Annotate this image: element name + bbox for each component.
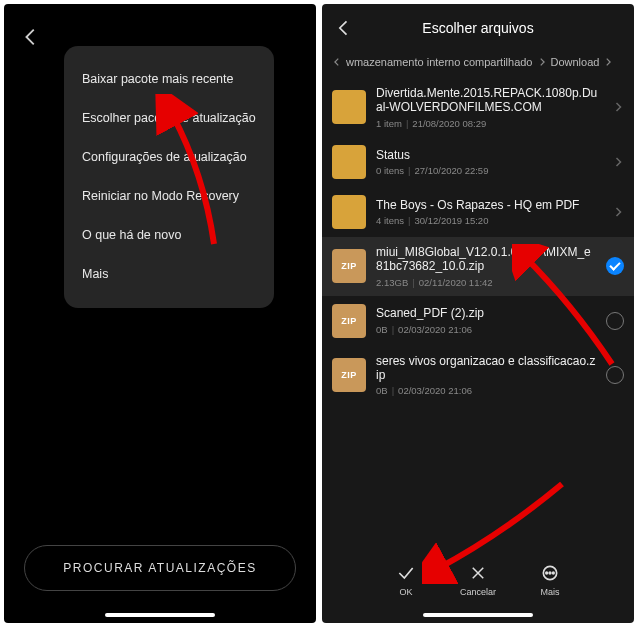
- more-label: Mais: [541, 587, 560, 597]
- bottom-bar: OK Cancelar Mais: [322, 553, 634, 615]
- svg-point-2: [549, 572, 551, 574]
- close-icon: [468, 563, 488, 583]
- file-meta: 0B|02/03/2020 21:06: [376, 324, 596, 335]
- more-button[interactable]: Mais: [540, 563, 560, 597]
- menu-item-whats-new[interactable]: O que há de novo: [82, 216, 256, 255]
- file-name: seres vivos organizacao e classificacao.…: [376, 354, 596, 383]
- menu-item-update-settings[interactable]: Configurações de atualização: [82, 138, 256, 177]
- breadcrumb[interactable]: wmazenamento interno compartilhado Downl…: [322, 52, 634, 78]
- chevron-right-icon: [612, 101, 624, 113]
- selected-check-icon[interactable]: [606, 257, 624, 275]
- ok-button[interactable]: OK: [396, 563, 416, 597]
- ok-label: OK: [399, 587, 412, 597]
- file-name: Divertida.Mente.2015.REPACK.1080p.Dual-W…: [376, 86, 602, 115]
- zip-icon: ZIP: [332, 249, 366, 283]
- page-title: Escolher arquivos: [422, 20, 533, 36]
- check-updates-label: PROCURAR ATUALIZAÇÕES: [63, 561, 256, 575]
- list-item[interactable]: ZIP seres vivos organizacao e classifica…: [322, 346, 634, 405]
- file-meta: 0 itens|27/10/2020 22:59: [376, 165, 602, 176]
- check-updates-button[interactable]: PROCURAR ATUALIZAÇÕES: [24, 545, 296, 591]
- menu-item-more[interactable]: Mais: [82, 255, 256, 294]
- folder-icon: [332, 145, 366, 179]
- menu-item-download-latest[interactable]: Baixar pacote mais recente: [82, 60, 256, 99]
- file-meta: 0B|02/03/2020 21:06: [376, 385, 596, 396]
- check-icon: [396, 563, 416, 583]
- crumb-download: Download: [551, 56, 600, 68]
- home-indicator: [105, 613, 215, 617]
- svg-point-1: [546, 572, 548, 574]
- menu-item-choose-package[interactable]: Escolher pacote de atualização: [82, 99, 256, 138]
- more-icon: [540, 563, 560, 583]
- list-item[interactable]: Status 0 itens|27/10/2020 22:59: [322, 137, 634, 187]
- file-meta: 2.13GB|02/11/2020 11:42: [376, 277, 596, 288]
- list-item[interactable]: Divertida.Mente.2015.REPACK.1080p.Dual-W…: [322, 78, 634, 137]
- folder-icon: [332, 90, 366, 124]
- back-icon[interactable]: [334, 18, 354, 38]
- chevron-right-icon: [603, 57, 613, 67]
- menu-item-reboot-recovery[interactable]: Reiniciar no Modo Recovery: [82, 177, 256, 216]
- folder-icon: [332, 195, 366, 229]
- file-name: miui_MI8Global_V12.0.1.0.QEAMIXM_e81bc73…: [376, 245, 596, 274]
- file-name: Scaned_PDF (2).zip: [376, 306, 596, 320]
- back-icon[interactable]: [20, 26, 42, 48]
- chevron-left-icon: [332, 57, 342, 67]
- file-list: Divertida.Mente.2015.REPACK.1080p.Dual-W…: [322, 78, 634, 404]
- list-item[interactable]: The Boys - Os Rapazes - HQ em PDF 4 iten…: [322, 187, 634, 237]
- radio-unchecked[interactable]: [606, 366, 624, 384]
- options-menu: Baixar pacote mais recente Escolher paco…: [64, 46, 274, 308]
- topbar: Escolher arquivos: [322, 4, 634, 52]
- chevron-right-icon: [612, 156, 624, 168]
- cancel-button[interactable]: Cancelar: [460, 563, 496, 597]
- svg-point-3: [553, 572, 555, 574]
- right-screenshot: Escolher arquivos wmazenamento interno c…: [322, 4, 634, 623]
- zip-icon: ZIP: [332, 358, 366, 392]
- left-screenshot: Baixar pacote mais recente Escolher paco…: [4, 4, 316, 623]
- home-indicator: [423, 613, 533, 617]
- radio-unchecked[interactable]: [606, 312, 624, 330]
- list-item[interactable]: ZIP Scaned_PDF (2).zip 0B|02/03/2020 21:…: [322, 296, 634, 346]
- chevron-right-icon: [537, 57, 547, 67]
- file-name: The Boys - Os Rapazes - HQ em PDF: [376, 198, 602, 212]
- cancel-label: Cancelar: [460, 587, 496, 597]
- zip-icon: ZIP: [332, 304, 366, 338]
- file-name: Status: [376, 148, 602, 162]
- file-meta: 1 item|21/08/2020 08:29: [376, 118, 602, 129]
- chevron-right-icon: [612, 206, 624, 218]
- crumb-storage: wmazenamento interno compartilhado: [346, 56, 533, 68]
- list-item[interactable]: ZIP miui_MI8Global_V12.0.1.0.QEAMIXM_e81…: [322, 237, 634, 296]
- file-meta: 4 itens|30/12/2019 15:20: [376, 215, 602, 226]
